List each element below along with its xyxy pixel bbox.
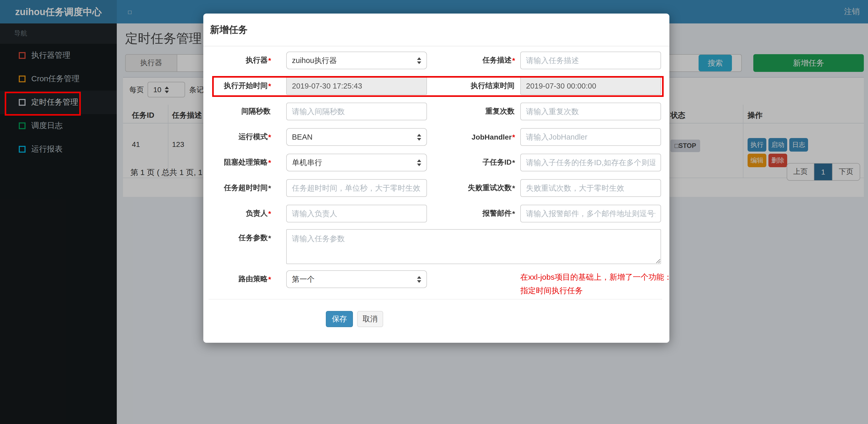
select-arrows-icon [417, 159, 421, 166]
jobhandler-label: JobHandler* [437, 128, 515, 146]
select-arrows-icon [417, 134, 421, 140]
retry-input[interactable] [520, 179, 661, 197]
executor-label: 执行器* [209, 52, 271, 69]
end-time-label: 执行结束时间 [437, 77, 515, 95]
start-time-input[interactable]: 2019-07-30 17:25:43 [286, 77, 427, 95]
task-params-textarea[interactable] [286, 229, 661, 264]
route-strategy-select[interactable]: 第一个 [286, 270, 427, 288]
cancel-button[interactable]: 取消 [357, 311, 383, 327]
owner-input[interactable] [286, 205, 427, 222]
modal-title: 新增任务 [210, 13, 248, 46]
alert-email-input[interactable] [520, 205, 661, 222]
alert-email-label: 报警邮件* [437, 205, 515, 222]
run-mode-select[interactable]: BEAN [286, 128, 427, 146]
timeout-label: 任务超时时间* [209, 179, 271, 197]
end-time-input[interactable]: 2019-07-30 00:00:00 [520, 77, 661, 95]
start-time-label: 执行开始时间* [209, 77, 271, 95]
feature-note-line1: 在xxl-jobs项目的基础上，新增了一个功能： [520, 272, 672, 282]
retry-label: 失败重试次数* [437, 179, 515, 197]
child-task-input[interactable] [520, 154, 661, 171]
repeat-label: 重复次数 [437, 103, 515, 120]
jobhandler-input[interactable] [520, 128, 661, 146]
owner-label: 负责人* [209, 205, 271, 222]
timeout-input[interactable] [286, 179, 427, 197]
feature-note-line2: 指定时间执行任务 [520, 286, 583, 296]
select-arrows-icon [417, 57, 421, 64]
save-button[interactable]: 保存 [326, 311, 353, 327]
child-task-label: 子任务ID* [437, 154, 515, 171]
block-strategy-label: 阻塞处理策略* [209, 154, 271, 171]
repeat-input[interactable] [520, 103, 661, 120]
app-root: zuihou任务调度中心 □ 注销 导航 执行器管理 Cron任务管理 定时任务… [0, 0, 868, 424]
task-desc-input[interactable] [520, 52, 661, 69]
block-strategy-select[interactable]: 单机串行 [286, 154, 427, 171]
modal-header-divider [203, 46, 670, 46]
task-params-label: 任务参数* [209, 229, 271, 247]
interval-input[interactable] [286, 103, 427, 120]
add-task-modal: 新增任务 执行器* zuihou执行器 任务描述* 执行开始时间* 2019-0… [203, 13, 670, 343]
select-arrows-icon [417, 276, 421, 283]
modal-footer-divider [209, 299, 662, 299]
executor-select[interactable]: zuihou执行器 [286, 52, 427, 69]
run-mode-label: 运行模式* [209, 128, 271, 146]
interval-label: 间隔秒数 [209, 103, 271, 120]
route-strategy-label: 路由策略* [209, 270, 271, 288]
task-desc-label: 任务描述* [437, 52, 515, 69]
